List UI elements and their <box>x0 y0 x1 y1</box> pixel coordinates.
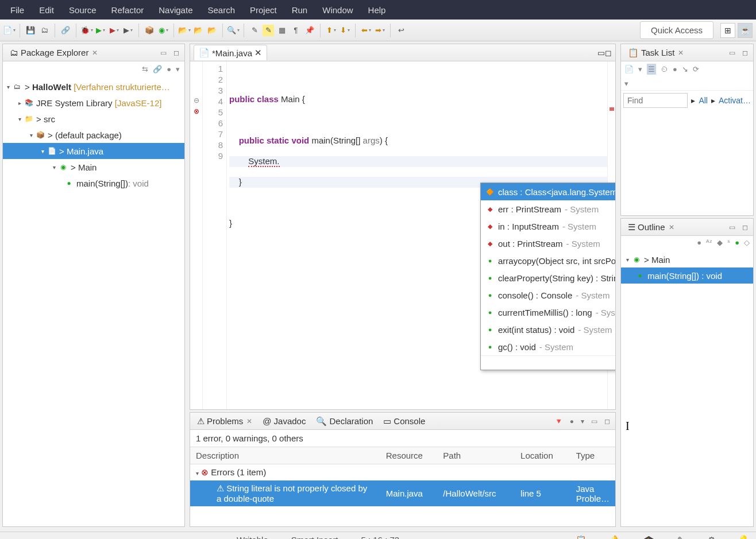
focus-button[interactable]: ● <box>568 417 576 425</box>
prev-annot-button[interactable]: ⬆ <box>325 25 337 36</box>
close-icon[interactable]: ✕ <box>246 417 252 425</box>
collapse-button[interactable]: ↘ <box>682 65 688 73</box>
maximize-editor-button[interactable]: ◻ <box>605 48 612 57</box>
menu-project[interactable]: Project <box>244 3 283 17</box>
menu-source[interactable]: Source <box>63 3 102 17</box>
find-input[interactable] <box>623 93 688 108</box>
col-path[interactable]: Path <box>437 447 515 464</box>
menu-run[interactable]: Run <box>286 3 314 17</box>
javadoc-tab[interactable]: @Javadoc <box>259 414 309 428</box>
new-button[interactable]: 📄 <box>3 25 15 36</box>
maximize-view-button[interactable]: ◻ <box>740 49 750 57</box>
sort-button[interactable]: ᴬᶻ <box>706 238 712 247</box>
assist-item[interactable]: 🔶class : Class<java.lang.System> <box>481 183 615 200</box>
tip-icon[interactable]: 💡 <box>738 535 749 540</box>
toggle-mark-button[interactable]: ✎ <box>249 25 260 36</box>
menu-window[interactable]: Window <box>317 3 358 17</box>
activate-link[interactable]: Activat… <box>719 96 751 105</box>
col-type[interactable]: Type <box>570 447 615 464</box>
focus-button[interactable]: ● <box>673 65 677 73</box>
assist-item[interactable]: ●gc() : void - System <box>481 338 615 355</box>
menu-help[interactable]: Help <box>362 3 392 17</box>
assist-item[interactable]: ◆out : PrintStream - System <box>481 235 615 252</box>
package-explorer-tab[interactable]: 🗂 Package Explorer ✕ <box>6 45 101 60</box>
quick-access[interactable]: Quick Access <box>640 21 713 39</box>
class-node[interactable]: ▾◉ > Main <box>3 159 184 175</box>
open-perspective-button[interactable]: ⊞ <box>720 23 735 38</box>
project-node[interactable]: ▾🗂 > HalloWelt [Verfahren strukturierte… <box>3 79 184 95</box>
search-button[interactable]: 🔍 <box>227 25 239 36</box>
hide-local-button[interactable]: ◇ <box>744 238 750 247</box>
assist-item[interactable]: ◆in : InputStream - System <box>481 218 615 235</box>
outline-method-node[interactable]: ●main(String[]) : void <box>621 267 753 284</box>
tasklist-tab[interactable]: 📋Task List✕ <box>624 45 687 60</box>
col-resource[interactable]: Resource <box>380 447 438 464</box>
open-resource-button[interactable]: 📂 <box>206 25 218 36</box>
error-group-row[interactable]: ▾ ⊗ Errors (1 item) <box>190 464 615 481</box>
new-task-button[interactable]: 📄 <box>624 65 634 73</box>
outline-class-node[interactable]: ▾◉> Main <box>621 251 753 267</box>
new-class-button[interactable]: ◉ <box>157 25 169 36</box>
next-annot-button[interactable]: ⬇ <box>339 25 350 36</box>
trim-icon[interactable]: 📋 <box>576 535 587 540</box>
assist-item[interactable]: ●exit(int status) : void - System <box>481 321 615 338</box>
debug-button[interactable]: 🐞 <box>81 25 92 36</box>
declaration-tab[interactable]: 🔍Declaration <box>313 414 376 429</box>
java-perspective-button[interactable]: ☕ <box>738 23 753 38</box>
coverage-button[interactable]: ▶ <box>109 25 120 36</box>
show-ws-button[interactable]: ¶ <box>290 25 302 36</box>
open-task-button[interactable]: 📂 <box>192 25 204 36</box>
problems-tab[interactable]: ⚠Problems✕ <box>194 414 256 429</box>
assist-item[interactable]: ◆err : PrintStream - System <box>481 200 615 218</box>
trim-icon[interactable]: 🎓 <box>643 535 654 540</box>
save-button[interactable]: 💾 <box>25 25 36 36</box>
close-icon[interactable]: ✕ <box>669 223 674 231</box>
assist-item[interactable]: ●arraycopy(Object src, int srcPos, Objec… <box>481 252 615 269</box>
minimize-view-button[interactable]: ▭ <box>589 417 599 425</box>
ext-tools-button[interactable]: ▶ <box>122 25 134 36</box>
close-icon[interactable]: ✕ <box>678 49 684 57</box>
tasklist-body[interactable] <box>621 110 753 215</box>
last-edit-button[interactable]: ↩ <box>395 25 407 36</box>
problem-row[interactable]: ⚠ String literal is not properly closed … <box>190 480 615 506</box>
method-node[interactable]: ● main(String[]): void <box>3 175 184 191</box>
problems-table[interactable]: Description Resource Path Location Type … <box>190 447 615 506</box>
maximize-view-button[interactable]: ◻ <box>172 49 181 57</box>
focus-button[interactable]: ● <box>697 238 701 247</box>
package-node[interactable]: ▾📦 > (default package) <box>3 127 184 143</box>
menu-navigate[interactable]: Navigate <box>153 3 198 17</box>
block-sel-button[interactable]: ▦ <box>276 25 288 36</box>
maximize-view-button[interactable]: ◻ <box>603 417 612 425</box>
assist-item[interactable]: ●currentTimeMillis() : long - System <box>481 304 615 321</box>
error-marker[interactable] <box>610 107 614 111</box>
view-menu-button[interactable]: ▾ <box>579 417 586 425</box>
filter-button[interactable]: 🔻 <box>553 417 565 425</box>
file-node[interactable]: ▾📄 > Main.java <box>3 143 184 159</box>
close-icon[interactable]: ✕ <box>254 48 262 58</box>
assist-item[interactable]: ●console() : Console - System <box>481 286 615 304</box>
hide-fields-button[interactable]: ◆ <box>717 238 723 247</box>
col-location[interactable]: Location <box>515 447 570 464</box>
collapse-all-button[interactable]: ⇆ <box>142 65 148 73</box>
categorize-button[interactable]: ☰ <box>647 64 656 75</box>
hide-nonpublic-button[interactable]: ● <box>735 238 739 247</box>
outline-tab[interactable]: ☰Outline✕ <box>624 220 678 235</box>
back-button[interactable]: ⬅ <box>360 25 372 36</box>
pin-button[interactable]: 📌 <box>304 25 315 36</box>
src-node[interactable]: ▾📁 > src <box>3 111 184 127</box>
package-explorer-tree[interactable]: ▾🗂 > HalloWelt [Verfahren strukturierte…… <box>3 76 184 526</box>
col-description[interactable]: Description <box>190 447 380 464</box>
assist-item[interactable]: ●clearProperty(String key) : String - Sy… <box>481 269 615 286</box>
link-button[interactable]: 🔗 <box>60 25 71 36</box>
schedule-button[interactable]: ⏲ <box>661 65 668 73</box>
menu-refactor[interactable]: Refactor <box>106 3 150 17</box>
view-menu-button[interactable]: ▾ <box>624 79 628 88</box>
hide-static-button[interactable]: ˢ <box>727 238 730 247</box>
save-all-button[interactable]: 🗂 <box>38 25 50 36</box>
open-type-button[interactable]: 📂 <box>179 25 190 36</box>
menu-search[interactable]: Search <box>202 3 241 17</box>
minimize-view-button[interactable]: ▭ <box>727 223 737 231</box>
all-link[interactable]: All <box>699 96 708 105</box>
console-tab[interactable]: ▭Console <box>380 414 429 429</box>
marker-bar[interactable]: ⊖ ⊗ <box>190 61 203 409</box>
